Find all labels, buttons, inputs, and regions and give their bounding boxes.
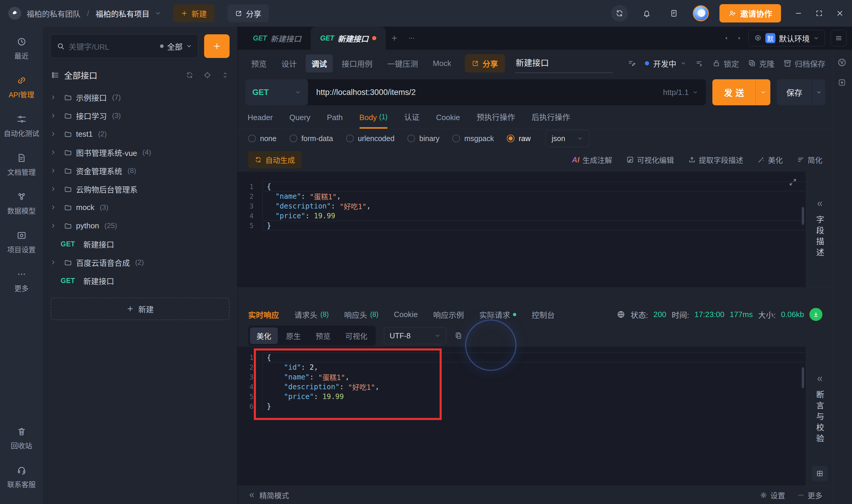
tree-folder-row[interactable]: mock(3) — [43, 198, 237, 216]
body-type-radio-none[interactable]: none — [248, 134, 277, 143]
api-status-dropdown[interactable]: 开发中 — [645, 58, 686, 69]
save-options-caret[interactable] — [812, 79, 826, 105]
可视化编辑-button[interactable]: 可视化编辑 — [626, 155, 674, 165]
美化-button[interactable]: 美化 — [757, 155, 783, 165]
简化-button[interactable]: 简化 — [797, 155, 822, 165]
归档保存-button[interactable]: 归档保存 — [783, 58, 826, 69]
save-button[interactable]: 保存 — [777, 79, 826, 105]
send-options-caret[interactable] — [756, 79, 771, 105]
code-line[interactable]: 2 "name": "蛋糕1", — [238, 191, 806, 201]
sidebar-item-回收站[interactable]: 回收站 — [11, 427, 32, 450]
body-type-radio-binary[interactable]: binary — [407, 134, 439, 143]
body-type-radio-msgpack[interactable]: msgpack — [452, 134, 494, 143]
field-description-label[interactable]: 字段描述 — [814, 215, 826, 259]
more-button[interactable]: 更多 — [797, 490, 822, 501]
assertion-label[interactable]: 断言与校验 — [814, 391, 826, 445]
tree-locate-button[interactable] — [203, 71, 211, 79]
tree-folder-row[interactable]: test1(2) — [43, 125, 237, 143]
raw-format-dropdown[interactable]: json — [545, 130, 589, 147]
sidebar-item-数据模型[interactable]: 数据模型 — [7, 192, 36, 216]
settings-button[interactable]: 设置 — [760, 490, 785, 501]
http-version-dropdown[interactable]: http/1.1 — [663, 88, 706, 97]
request-tab-认证[interactable]: 认证 — [404, 111, 419, 129]
mode-tab-接口用例[interactable]: 接口用例 — [336, 54, 378, 72]
response-tab-Cookie[interactable]: Cookie — [394, 310, 418, 319]
生成注解-button[interactable]: AI生成注解 — [572, 155, 612, 165]
code-line[interactable]: 3 "name": "蛋糕1", — [238, 372, 806, 382]
tree-folder-row[interactable]: 资金管理系统(8) — [43, 162, 237, 180]
download-response-button[interactable] — [810, 308, 822, 321]
response-tab-控制台[interactable]: 控制台 — [532, 309, 555, 320]
response-tab-实时响应[interactable]: 实时响应 — [248, 309, 279, 320]
body-type-radio-form-data[interactable]: form-data — [290, 134, 333, 143]
锁定-button[interactable]: 锁定 — [712, 58, 739, 69]
window-maximize-button[interactable] — [815, 10, 823, 17]
request-tab-Body[interactable]: Body(1) — [359, 113, 387, 129]
send-button[interactable]: 发送 — [712, 79, 771, 105]
request-tab-Cookie[interactable]: Cookie — [436, 113, 460, 129]
viewer-tab-美化[interactable]: 美化 — [250, 327, 278, 344]
response-tab-响应头[interactable]: 响应头(8) — [344, 309, 378, 320]
tree-refresh-button[interactable] — [186, 71, 194, 79]
project-caret-icon[interactable] — [155, 10, 161, 17]
tree-folder-row[interactable]: 云购物后台管理系 — [43, 180, 237, 198]
environment-menu-button[interactable] — [831, 30, 847, 47]
chevron-right-icon[interactable] — [50, 259, 60, 266]
body-type-radio-raw[interactable]: raw — [507, 134, 530, 143]
response-tab-实际请求[interactable]: 实际请求 — [479, 309, 516, 320]
code-line[interactable]: 2 "id": 2, — [238, 362, 806, 372]
copy-response-button[interactable] — [454, 331, 463, 340]
code-line[interactable]: 5} — [238, 221, 806, 230]
compact-mode-button[interactable]: 精简模式 — [248, 490, 289, 501]
sidebar-item-联系客服[interactable]: 联系客服 — [7, 465, 36, 489]
request-tab-预执行操作[interactable]: 预执行操作 — [476, 111, 515, 129]
editor-expand-button[interactable] — [789, 178, 797, 186]
user-avatar[interactable] — [693, 5, 709, 21]
response-body-viewer[interactable]: 1{2 "id": 2,3 "name": "蛋糕1",4 "descripti… — [238, 347, 806, 486]
code-line[interactable]: 4 "description": "好吃1", — [238, 382, 806, 392]
auto-generate-button[interactable]: 自动生成 — [248, 151, 302, 168]
克隆-button[interactable]: 克隆 — [748, 58, 775, 69]
search-input[interactable]: 关键字/URL 全部 — [51, 34, 198, 58]
window-minimize-button[interactable] — [795, 10, 802, 17]
invite-collaborate-button[interactable]: 邀请协作 — [720, 4, 781, 22]
code-line[interactable]: 1{ — [238, 182, 806, 191]
method-select[interactable]: GET — [245, 79, 308, 105]
api-title-input[interactable]: 新建接口 — [515, 54, 613, 73]
new-tab-button[interactable] — [386, 26, 403, 50]
plugin-v-button[interactable] — [837, 57, 847, 68]
sidebar-item-API管理[interactable]: API管理 — [8, 75, 34, 100]
chevron-right-icon[interactable] — [50, 186, 60, 192]
plugin-panel-button[interactable] — [837, 78, 846, 87]
sidebar-item-更多[interactable]: 更多 — [15, 269, 29, 293]
response-tab-请求头[interactable]: 请求头(8) — [294, 309, 329, 320]
tab-options-button[interactable] — [403, 26, 420, 50]
code-line[interactable]: 1{ — [238, 353, 806, 362]
mode-tab-设计[interactable]: 设计 — [275, 54, 303, 72]
chevron-right-icon[interactable] — [50, 112, 60, 119]
tree-folder-row[interactable]: python(25) — [43, 216, 237, 235]
share-project-button[interactable]: 分享 — [228, 4, 269, 22]
mode-tab-预览[interactable]: 预览 — [245, 54, 272, 72]
environment-selector[interactable]: 默 默认环境 — [748, 30, 825, 47]
tree-header-title[interactable]: 全部接口 — [64, 69, 176, 81]
tree-folder-row[interactable]: 百度云语音合成(2) — [43, 253, 237, 271]
code-line[interactable]: 5 "price": 19.99 — [238, 392, 806, 401]
tree-expand-all-button[interactable] — [221, 71, 229, 79]
encoding-dropdown[interactable]: UTF-8 — [384, 327, 446, 344]
tree-folder-row[interactable]: 图书管理系统-vue(4) — [43, 143, 237, 162]
tree-new-api-button[interactable]: 新建 — [51, 298, 230, 320]
collapse-left-icon[interactable] — [816, 200, 823, 208]
viewer-tab-预览[interactable]: 预览 — [309, 327, 337, 344]
sidebar-item-自动化测试[interactable]: 自动化测试 — [4, 114, 39, 138]
response-tab-响应示例[interactable]: 响应示例 — [433, 309, 464, 320]
code-line[interactable]: 3 "description": "好吃1", — [238, 201, 806, 211]
mode-tab-调试[interactable]: 调试 — [306, 54, 333, 72]
request-tab-Header[interactable]: Header — [248, 113, 273, 129]
notifications-button[interactable] — [638, 5, 655, 22]
url-input[interactable]: http://localhost:3000/items/2 — [308, 88, 663, 97]
viewer-tab-可视化[interactable]: 可视化 — [339, 327, 374, 344]
提取字段描述-button[interactable]: 提取字段描述 — [688, 155, 743, 165]
sidebar-item-文档管理[interactable]: 文档管理 — [7, 153, 36, 177]
tree-api-row[interactable]: GET新建接口 — [43, 271, 237, 290]
